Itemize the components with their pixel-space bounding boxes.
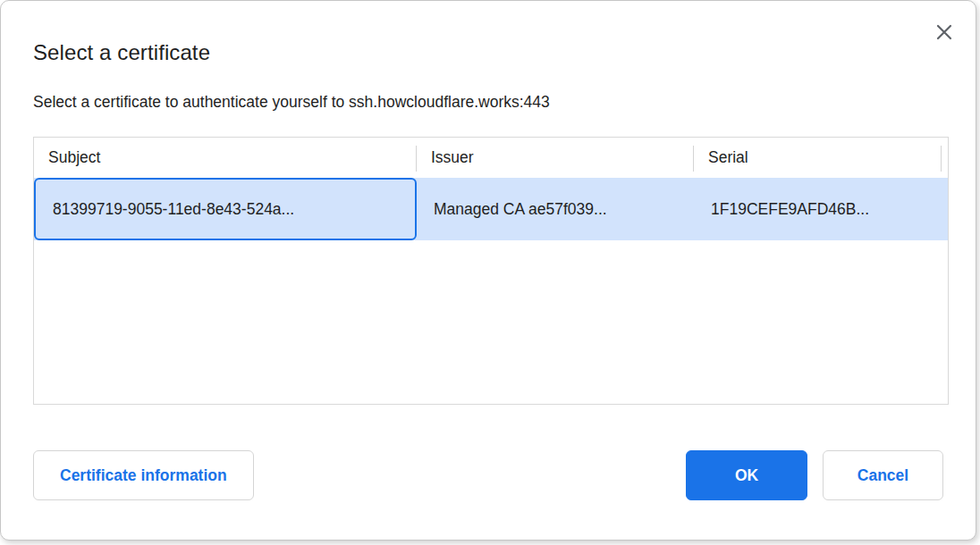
- close-button[interactable]: [933, 21, 956, 44]
- close-icon: [936, 24, 952, 40]
- ok-button[interactable]: OK: [686, 450, 807, 500]
- certificate-table: Subject Issuer Serial 81399719-9055-11ed…: [33, 137, 949, 405]
- cancel-button[interactable]: Cancel: [823, 450, 943, 500]
- cell-subject[interactable]: 81399719-9055-11ed-8e43-524a...: [34, 178, 417, 240]
- certificate-select-dialog: Select a certificate Select a certificat…: [0, 0, 976, 541]
- certificate-row-selected[interactable]: 81399719-9055-11ed-8e43-524a... Managed …: [34, 178, 948, 240]
- dialog-footer: Certificate information OK Cancel: [33, 450, 943, 500]
- dialog-title: Select a certificate: [33, 40, 210, 65]
- dialog-subtitle: Select a certificate to authenticate you…: [33, 93, 550, 112]
- table-header-row: Subject Issuer Serial: [34, 138, 948, 178]
- column-header-issuer: Issuer: [417, 138, 694, 178]
- cell-issuer[interactable]: Managed CA ae57f039...: [417, 178, 694, 240]
- certificate-information-button[interactable]: Certificate information: [33, 450, 254, 500]
- cell-serial[interactable]: 1F19CEFE9AFD46B...: [694, 178, 948, 240]
- column-header-serial: Serial: [694, 138, 942, 178]
- column-header-filler: [942, 138, 948, 178]
- column-header-subject: Subject: [34, 138, 417, 178]
